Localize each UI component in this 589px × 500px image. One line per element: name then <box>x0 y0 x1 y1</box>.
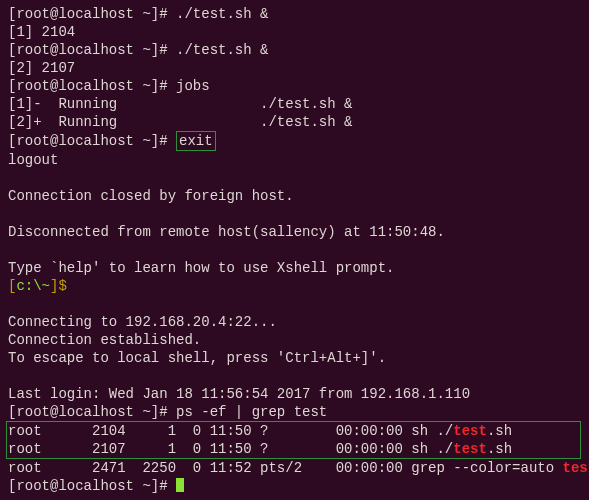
prompt: [root@localhost ~]# <box>8 478 176 494</box>
terminal-line[interactable]: [root@localhost ~]# <box>8 477 581 495</box>
local-prompt-path: c:\~ <box>16 278 50 294</box>
escape-text: To escape to local shell, press 'Ctrl+Al… <box>8 349 581 367</box>
prompt: [root@localhost ~]# <box>8 78 176 94</box>
help-text: Type `help' to learn how to use Xshell p… <box>8 259 581 277</box>
established-text: Connection established. <box>8 331 581 349</box>
terminal-line: [1] 2104 <box>8 23 581 41</box>
terminal-line: [root@localhost ~]# ./test.sh & <box>8 41 581 59</box>
prompt: [root@localhost ~]# <box>8 404 176 420</box>
grep-match: test <box>563 460 590 476</box>
ps-row: root 2107 1 0 11:50 ? 00:00:00 sh ./test… <box>8 440 580 458</box>
ps-row: root 2104 1 0 11:50 ? 00:00:00 sh ./test… <box>8 422 580 440</box>
terminal-line: [root@localhost ~]# exit <box>8 131 581 151</box>
jobs-output: [2]+ Running ./test.sh & <box>8 113 581 131</box>
cursor-icon <box>176 478 184 492</box>
prompt: [root@localhost ~]# <box>8 6 176 22</box>
command-text: ./test.sh & <box>176 6 268 22</box>
command-text: ps -ef | grep test <box>176 404 327 420</box>
prompt: [root@localhost ~]# <box>8 42 176 58</box>
command-text: ./test.sh & <box>176 42 268 58</box>
exit-highlight: exit <box>176 131 216 151</box>
blank-line <box>8 295 581 313</box>
prompt: [root@localhost ~]# <box>8 133 176 149</box>
logout-text: logout <box>8 151 581 169</box>
terminal-line: [2] 2107 <box>8 59 581 77</box>
local-prompt[interactable]: [c:\~]$ <box>8 277 581 295</box>
jobs-output: [1]- Running ./test.sh & <box>8 95 581 113</box>
grep-match: test <box>453 441 487 457</box>
disconnected-text: Disconnected from remote host(sallency) … <box>8 223 581 241</box>
connecting-text: Connecting to 192.168.20.4:22... <box>8 313 581 331</box>
blank-line <box>8 241 581 259</box>
terminal-line: [root@localhost ~]# ./test.sh & <box>8 5 581 23</box>
local-prompt-end: ]$ <box>50 278 67 294</box>
connection-closed: Connection closed by foreign host. <box>8 187 581 205</box>
ps-output-highlight: root 2104 1 0 11:50 ? 00:00:00 sh ./test… <box>6 421 581 459</box>
terminal-line: [root@localhost ~]# jobs <box>8 77 581 95</box>
ps-row: root 2471 2250 0 11:52 pts/2 00:00:00 gr… <box>8 459 581 477</box>
blank-line <box>8 205 581 223</box>
blank-line <box>8 367 581 385</box>
terminal-line: [root@localhost ~]# ps -ef | grep test <box>8 403 581 421</box>
blank-line <box>8 169 581 187</box>
last-login: Last login: Wed Jan 18 11:56:54 2017 fro… <box>8 385 581 403</box>
grep-match: test <box>453 423 487 439</box>
command-text: jobs <box>176 78 210 94</box>
